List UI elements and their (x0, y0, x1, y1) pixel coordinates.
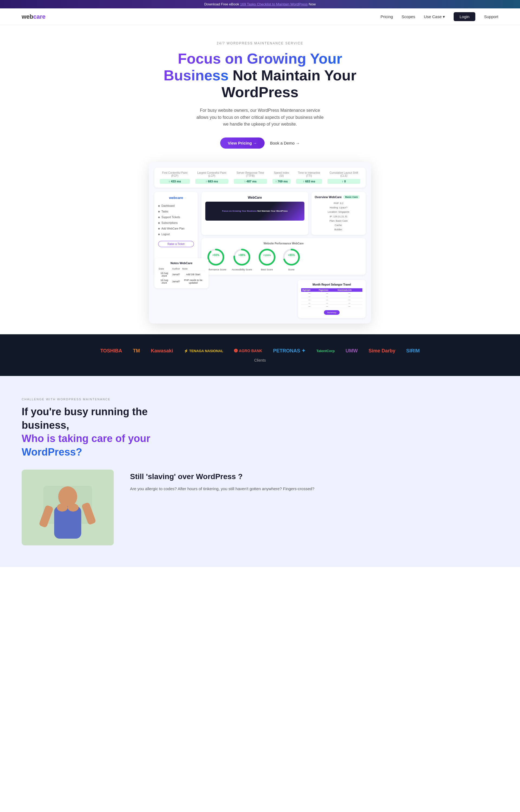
notes-col-note: Note (181, 267, 205, 271)
challenge-title: If you're busy running the business, Who… (22, 405, 184, 459)
tasks-icon (158, 211, 160, 213)
notes-title: Notes WebCare (158, 261, 205, 265)
svg-point-1 (208, 250, 224, 265)
clients-label: Clients (22, 358, 498, 362)
sidebar-item-add-plan[interactable]: Add WebCare Plan (158, 226, 194, 231)
monthly-report: Month Report Selangor Travel Highlight P… (298, 280, 366, 318)
svg-point-16 (57, 503, 68, 511)
chevron-down-icon: ▾ (443, 15, 445, 19)
hero-subtitle: For busy website owners, our WordPress M… (195, 107, 325, 128)
client-talentcorp: TalentCorp (316, 349, 335, 353)
hero-section: 24/7 WORDPRESS MAINTENANCE SERVICE Focus… (0, 25, 520, 334)
navbar: webcare Pricing Scopes Use Case ▾ Login … (0, 8, 520, 25)
overview-detail: PHP: 8.2 Hosting: Lipaur? Location: Sing… (315, 201, 362, 232)
view-pricing-button[interactable]: View Pricing → (220, 138, 265, 148)
book-demo-button[interactable]: Book a Demo → (270, 141, 300, 145)
notes-table: Date Author Note 1d Aug 2024 Jamal? Add … (158, 267, 205, 285)
metric-lcp: Largest Contentful Paint (LCP) ↑ 683 ms (195, 171, 229, 184)
overview-box: Overview WebCare Basic Care PHP: 8.2 Hos… (311, 192, 366, 235)
metric-tti: Time to Interactive (TTI) ↑ 683 ms (296, 171, 322, 184)
table-row: ——— (301, 302, 362, 305)
raise-ticket-button[interactable]: Raise a Ticket (158, 241, 194, 247)
metric-ttfb: Server Response Time (TTFB) ↑ 487 ms (234, 171, 267, 184)
performance-circle-svg: +93% (206, 248, 225, 267)
circle-best: +100% Best Score (258, 248, 277, 271)
nav-use-case[interactable]: Use Case ▾ (424, 15, 445, 19)
content-top: WebCare Focus on Growing Your Business N… (202, 192, 366, 235)
basic-care-badge: Basic Care (343, 195, 360, 199)
client-simedarby: Sime Darby (369, 348, 395, 354)
client-kawasaki: Kawasaki (151, 348, 173, 354)
metric-fcp: First Contentful Paint (FCP) ↑ 433 ms (160, 171, 190, 184)
content-panel: WebCare Focus on Growing Your Business N… (202, 192, 366, 275)
client-toshiba: TOSHIBA (100, 348, 122, 354)
table-row: ——— (301, 298, 362, 302)
hero-title-rest: Not Maintain Your WordPress (222, 67, 357, 100)
sidebar-item-tasks[interactable]: Tasks (158, 209, 194, 214)
notes-col-author: Author (171, 267, 181, 271)
add-plan-icon (158, 228, 160, 229)
clients-section: TOSHIBA TM Kawasaki ⚡ TENAGA NASIONAL 🅐 … (0, 334, 520, 376)
nav-pricing[interactable]: Pricing (381, 15, 393, 19)
challenge-right-text: Are you allergic to codes? After hours o… (130, 485, 498, 492)
perf-circles-row: +93% Performance Score +88% Accessibilit… (205, 248, 362, 271)
client-petronas: PETRONAS ✦ (273, 348, 306, 354)
overview-title: Overview WebCare Basic Care (315, 195, 362, 199)
login-button[interactable]: Login (453, 12, 475, 21)
table-row: ——— (301, 292, 362, 295)
summary-button[interactable]: Summary (324, 310, 340, 315)
webcare-label: WebCare (205, 196, 305, 199)
small-preview: Focus on Growing Your Business Not Maint… (205, 202, 305, 221)
subscriptions-icon (158, 222, 160, 224)
sidebar-item-logout[interactable]: Logout (158, 231, 194, 237)
client-tm: TM (133, 348, 140, 354)
sidebar-logo: webcare (158, 196, 194, 200)
hero-title-line1: Focus on Growing Your (178, 50, 342, 66)
client-sirim: SIRIM (406, 348, 420, 354)
client-agrobank: 🅐 AGRO BANK (234, 348, 262, 353)
table-row: 1d Aug 2024 Jamal? Add DB Start (158, 271, 205, 278)
dashboard-preview: First Contentful Paint (FCP) ↑ 433 ms La… (149, 162, 371, 324)
table-row: ——— (301, 305, 362, 308)
banner-text: Download Free eBook 169 Tasks Checklist … (204, 2, 315, 6)
challenge-section: CHALLENGE WITH WORDPRESS MAINTENANCE If … (0, 376, 520, 567)
sidebar-item-subscriptions[interactable]: Subscriptions (158, 220, 194, 226)
hero-eyebrow: 24/7 WORDPRESS MAINTENANCE SERVICE (5, 41, 515, 45)
circle-accessibility: +88% Accessibility Score (232, 248, 252, 271)
score-circle-svg: +85% (282, 248, 301, 267)
challenge-content: Still 'slaving' over WordPress ? Are you… (22, 470, 498, 545)
accessibility-score-label: Accessibility Score (232, 268, 252, 271)
challenge-right-title: Still 'slaving' over WordPress ? (130, 472, 498, 481)
accessibility-circle-svg: +88% (232, 248, 251, 267)
svg-point-7 (259, 250, 275, 265)
clients-logos: TOSHIBA TM Kawasaki ⚡ TENAGA NASIONAL 🅐 … (22, 348, 498, 354)
challenge-eyebrow: CHALLENGE WITH WORDPRESS MAINTENANCE (22, 398, 498, 401)
best-score-label: Best Score (261, 268, 273, 271)
hero-title: Focus on Growing Your Business Not Maint… (158, 50, 362, 101)
monthly-report-title: Month Report Selangor Travel (301, 283, 362, 286)
nav-links: Pricing Scopes Use Case ▾ Login Support (381, 12, 498, 21)
table-row: ——— (301, 295, 362, 298)
nav-support[interactable]: Support (484, 15, 498, 19)
sidebar-item-tickets[interactable]: Support Tickets (158, 214, 194, 220)
performance-circles: Website Performance WebCare +93% Perform… (202, 238, 366, 275)
hero-buttons: View Pricing → Book a Demo → (5, 138, 515, 148)
logout-icon (158, 233, 160, 235)
metric-cls: Cumulative Layout Shift (CLS) ↑ 0 (328, 171, 360, 184)
nav-scopes[interactable]: Scopes (401, 15, 415, 19)
dashboard-icon (158, 205, 160, 207)
circle-score: +85% Score (282, 248, 301, 271)
report-table: Highlight Pageviews Downloads.info ——— —… (301, 288, 362, 308)
metrics-bar: First Contentful Paint (FCP) ↑ 433 ms La… (154, 168, 366, 188)
svg-rect-15 (54, 506, 81, 539)
banner-link[interactable]: 169 Tasks Checklist to Maintain WordPres… (240, 2, 308, 6)
svg-text:+88%: +88% (238, 254, 245, 257)
hero-title-business: Business (163, 67, 229, 83)
webcare-title-box: WebCare Focus on Growing Your Business N… (202, 192, 308, 235)
sidebar-item-dashboard[interactable]: Dashboard (158, 203, 194, 209)
client-tenaga: ⚡ TENAGA NASIONAL (184, 349, 224, 353)
tickets-icon (158, 217, 160, 218)
client-umw: UMW (345, 348, 358, 354)
nav-logo: webcare (22, 13, 46, 20)
top-banner: Download Free eBook 169 Tasks Checklist … (0, 0, 520, 8)
